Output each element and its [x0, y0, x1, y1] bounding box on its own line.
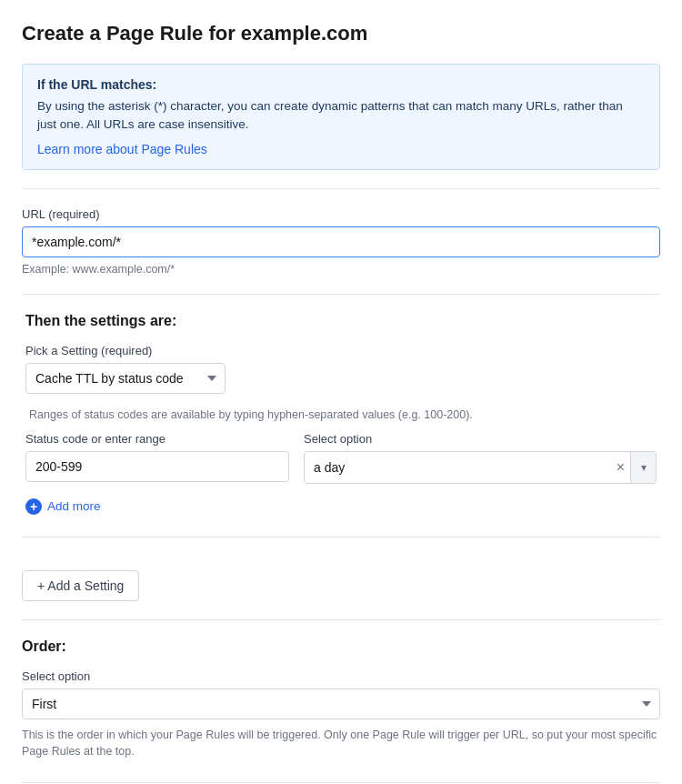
- plus-circle-icon: +: [25, 498, 42, 515]
- add-more-label: Add more: [47, 499, 101, 513]
- pick-setting-label: Pick a Setting (required): [25, 344, 657, 357]
- setting-select-wrapper: Cache TTL by status code Always Online B…: [25, 363, 226, 394]
- divider-4: [22, 619, 660, 620]
- order-hint: This is the order in which your Page Rul…: [22, 727, 660, 761]
- select-option-select[interactable]: a day 2 hours 4 hours 8 hours 16 hours 2…: [305, 453, 611, 482]
- select-option-label: Select option: [304, 432, 657, 446]
- info-box: If the URL matches: By using the asteris…: [22, 64, 660, 170]
- page-title: Create a Page Rule for example.com: [22, 22, 660, 45]
- status-code-label: Status code or enter range: [25, 432, 289, 446]
- order-section-title: Order:: [22, 638, 660, 655]
- status-row: Status code or enter range Select option…: [25, 432, 657, 484]
- order-select[interactable]: First Last Custom: [22, 689, 660, 719]
- add-setting-button[interactable]: + Add a Setting: [22, 570, 139, 601]
- url-input[interactable]: [22, 226, 660, 257]
- select-with-clear: a day 2 hours 4 hours 8 hours 16 hours 2…: [304, 451, 657, 484]
- dropdown-arrow-icon: ▾: [630, 452, 656, 483]
- range-info: Ranges of status codes are available by …: [25, 408, 657, 421]
- divider-2: [22, 294, 660, 295]
- url-example-text: Example: www.example.com/*: [22, 263, 660, 276]
- status-code-field: Status code or enter range: [25, 432, 289, 482]
- order-select-wrapper: First Last Custom: [22, 689, 660, 719]
- divider-3: [22, 537, 660, 538]
- clear-select-button[interactable]: ×: [611, 460, 630, 475]
- url-field-label: URL (required): [22, 207, 660, 221]
- info-box-text: By using the asterisk (*) character, you…: [37, 97, 645, 135]
- settings-section-title: Then the settings are:: [25, 313, 657, 329]
- info-box-title: If the URL matches:: [37, 77, 645, 92]
- learn-more-link[interactable]: Learn more about Page Rules: [37, 142, 207, 156]
- status-code-input[interactable]: [25, 451, 289, 482]
- select-option-field: Select option a day 2 hours 4 hours 8 ho…: [304, 432, 657, 484]
- add-more-button[interactable]: + Add more: [25, 495, 101, 518]
- url-field-group: URL (required) Example: www.example.com/…: [22, 207, 660, 276]
- order-select-label: Select option: [22, 669, 660, 683]
- divider-1: [22, 188, 660, 189]
- setting-select[interactable]: Cache TTL by status code Always Online B…: [25, 363, 226, 394]
- settings-section: Then the settings are: Pick a Setting (r…: [22, 313, 660, 518]
- order-section: Order: Select option First Last Custom T…: [22, 638, 660, 761]
